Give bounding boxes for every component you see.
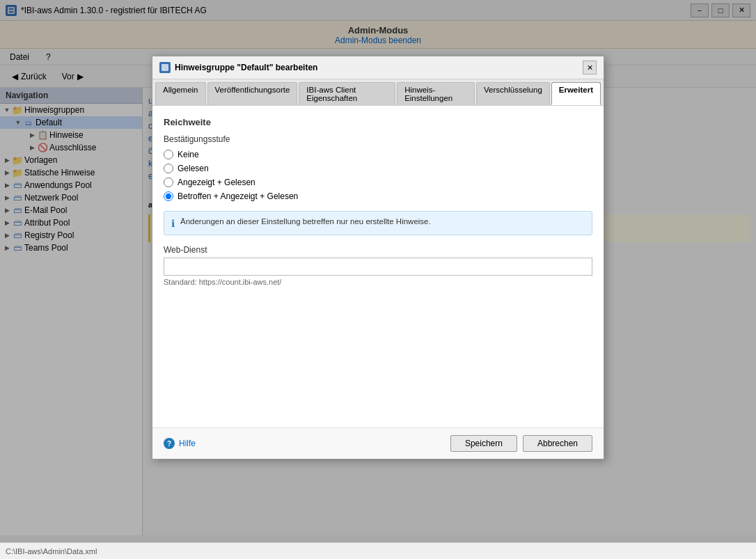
tab-allgemein[interactable]: Allgemein xyxy=(155,82,206,105)
dialog-title: Hinweisgruppe "Default" bearbeiten xyxy=(175,63,317,72)
dialog-edit-hinweisgruppe: Hinweisgruppe "Default" bearbeiten ✕ All… xyxy=(152,56,604,459)
tab-veroeff[interactable]: Veröffentlichungsorte xyxy=(207,82,298,105)
radio-gelesen[interactable]: Gelesen xyxy=(164,164,592,173)
radio-angezeigt-input[interactable] xyxy=(164,178,173,187)
radio-angezeigt-label: Angezeigt + Gelesen xyxy=(178,178,255,187)
dialog-tabs: Allgemein Veröffentlichungsorte IBI-aws … xyxy=(152,79,604,106)
info-box: ℹ Änderungen an dieser Einstellung betre… xyxy=(164,211,592,235)
web-dienst-input[interactable] xyxy=(164,258,592,276)
radio-gelesen-label: Gelesen xyxy=(178,164,209,173)
web-dienst-label: Web-Dienst xyxy=(164,245,592,255)
svg-rect-3 xyxy=(162,64,168,71)
dialog-title-left: Hinweisgruppe "Default" bearbeiten xyxy=(159,62,317,73)
radio-keine[interactable]: Keine xyxy=(164,150,592,159)
help-icon: ? xyxy=(164,438,175,449)
radio-group-bestaetigung: Keine Gelesen Angezeigt + Gelesen Betrof… xyxy=(164,150,592,201)
dialog-body: Reichweite Bestätigungsstufe Keine Geles… xyxy=(152,106,604,427)
tab-erweitert[interactable]: Erweitert xyxy=(551,82,601,105)
cancel-button[interactable]: Abbrechen xyxy=(523,435,592,452)
status-bar: C:\IBI-aws\Admin\Data.xml xyxy=(0,542,756,559)
radio-betroffen-label: Betroffen + Angezeigt + Gelesen xyxy=(178,191,298,201)
tab-verschluss[interactable]: Verschlüsselung xyxy=(476,82,550,105)
radio-gelesen-input[interactable] xyxy=(164,164,173,173)
help-label: Hilfe xyxy=(179,439,196,448)
help-link[interactable]: ? Hilfe xyxy=(164,438,196,449)
radio-keine-label: Keine xyxy=(178,150,199,159)
modal-overlay: Hinweisgruppe "Default" bearbeiten ✕ All… xyxy=(0,0,756,542)
status-path: C:\IBI-aws\Admin\Data.xml xyxy=(6,547,97,556)
radio-betroffen-input[interactable] xyxy=(164,191,173,201)
dialog-icon xyxy=(159,62,171,73)
tab-client[interactable]: IBI-aws Client Eigenschaften xyxy=(299,82,395,105)
dialog-close-button[interactable]: ✕ xyxy=(583,61,597,74)
info-icon: ℹ xyxy=(171,218,175,229)
tab-hinweis[interactable]: Hinweis-Einstellungen xyxy=(397,82,475,105)
radio-betroffen[interactable]: Betroffen + Angezeigt + Gelesen xyxy=(164,191,592,201)
dialog-titlebar: Hinweisgruppe "Default" bearbeiten ✕ xyxy=(152,56,604,79)
radio-keine-input[interactable] xyxy=(164,150,173,159)
save-button[interactable]: Speichern xyxy=(450,435,517,452)
web-dienst-hint: Standard: https://count.ibi-aws.net/ xyxy=(164,278,592,286)
section-reichweite: Reichweite xyxy=(164,117,592,127)
footer-buttons: Speichern Abbrechen xyxy=(450,435,592,452)
info-text: Änderungen an dieser Einstellung betreff… xyxy=(180,217,431,226)
radio-angezeigt[interactable]: Angezeigt + Gelesen xyxy=(164,178,592,187)
subsection-bestaetigung: Bestätigungsstufe xyxy=(164,134,592,144)
dialog-footer: ? Hilfe Speichern Abbrechen xyxy=(152,427,604,459)
